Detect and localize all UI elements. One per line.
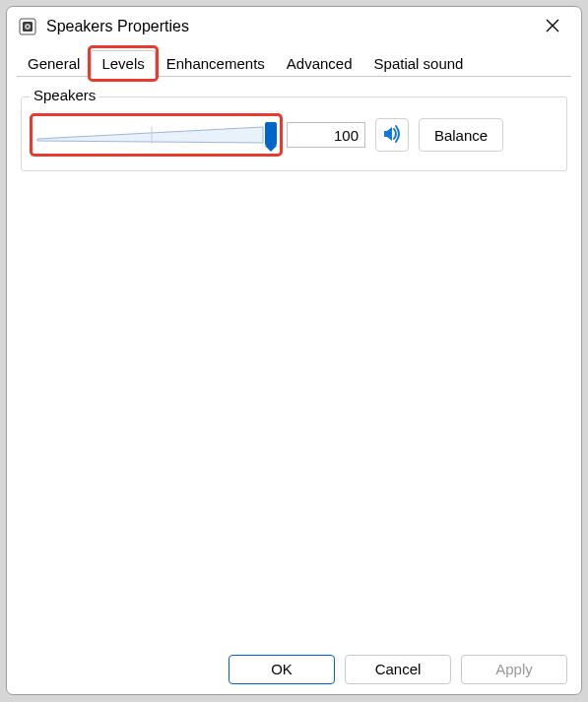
- button-label: Apply: [495, 661, 533, 677]
- button-label: OK: [271, 661, 293, 677]
- tab-strip: General Levels Enhancements Advanced Spa…: [7, 46, 581, 77]
- svg-point-3: [27, 26, 29, 28]
- window-title: Speakers Properties: [46, 18, 530, 35]
- tab-enhancements[interactable]: Enhancements: [156, 50, 276, 77]
- speaker-unmuted-icon: [381, 123, 403, 148]
- apply-button: Apply: [461, 655, 567, 684]
- tab-label: Levels: [101, 55, 144, 72]
- tab-label: Spatial sound: [374, 55, 464, 72]
- balance-button[interactable]: Balance: [419, 118, 503, 152]
- group-label: Speakers: [30, 87, 99, 103]
- tab-panel-levels: Speakers 100: [17, 76, 571, 643]
- speakers-level-row: 100 Balance: [35, 117, 553, 153]
- title-bar: Speakers Properties: [7, 7, 581, 46]
- tab-label: General: [28, 55, 80, 72]
- tab-label: Advanced: [287, 55, 353, 72]
- tab-label: Enhancements: [166, 55, 265, 72]
- svg-marker-4: [37, 127, 263, 143]
- button-label: Cancel: [375, 661, 422, 677]
- close-button[interactable]: [530, 11, 575, 42]
- slider-thumb[interactable]: [265, 122, 277, 146]
- cancel-button[interactable]: Cancel: [345, 655, 451, 684]
- dialog-footer: OK Cancel Apply: [7, 643, 581, 694]
- tab-spatial-sound[interactable]: Spatial sound: [363, 50, 475, 77]
- speakers-group: Speakers 100: [21, 96, 567, 171]
- tab-general[interactable]: General: [17, 50, 91, 77]
- volume-value: 100: [287, 122, 365, 148]
- close-icon: [546, 19, 559, 35]
- volume-slider[interactable]: [35, 117, 277, 153]
- volume-value-text: 100: [334, 127, 359, 144]
- tab-levels[interactable]: Levels: [91, 50, 155, 77]
- tab-advanced[interactable]: Advanced: [276, 50, 363, 77]
- balance-label: Balance: [434, 127, 488, 144]
- app-icon: [19, 18, 36, 35]
- ok-button[interactable]: OK: [229, 655, 335, 684]
- properties-dialog: Speakers Properties General Levels Enhan…: [6, 6, 582, 695]
- mute-button[interactable]: [375, 118, 409, 152]
- slider-track: [35, 125, 277, 145]
